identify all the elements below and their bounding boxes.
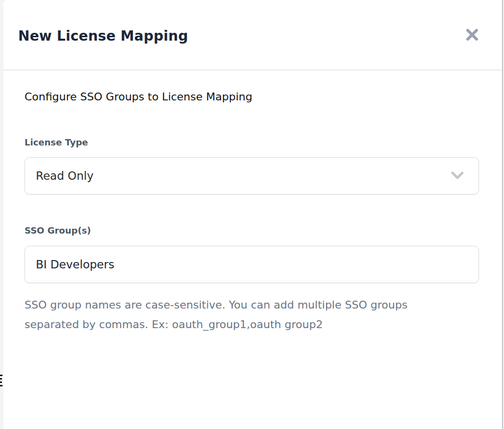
license-type-selected-value: Read Only [36,169,94,182]
background-text-dash [0,381,2,383]
dialog-body: Configure SSO Groups to License Mapping … [3,71,502,334]
sso-groups-input[interactable] [25,246,479,283]
dialog-header: New License Mapping [3,0,502,71]
license-type-select[interactable]: Read Only [25,157,479,194]
background-page-fragment [0,375,3,388]
dialog-subtitle: Configure SSO Groups to License Mapping [25,90,478,104]
x-icon [466,28,479,41]
background-text-dash [0,375,2,376]
license-type-label: License Type [25,137,478,147]
background-text-dash [0,385,2,386]
sso-groups-helper-text: SSO group names are case-sensitive. You … [25,295,439,334]
new-license-mapping-dialog: New License Mapping Configure SSO Groups… [3,0,503,429]
background-text-dash [0,378,2,380]
dialog-title: New License Mapping [18,26,188,44]
sso-groups-label: SSO Group(s) [25,225,478,236]
chevron-down-icon [451,171,464,180]
close-button[interactable] [464,26,480,43]
